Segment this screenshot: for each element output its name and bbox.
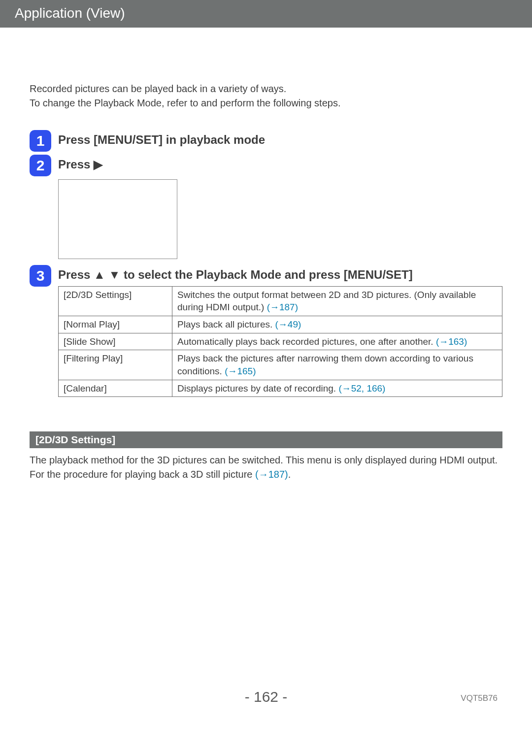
playback-mode-table: [2D/3D Settings] Switches the output for… (58, 286, 502, 397)
step-3: 3 Press ▲ ▼ to select the Playback Mode … (30, 265, 502, 397)
mode-name: [Calendar] (59, 380, 172, 397)
mode-desc-cell: Plays back the pictures after narrowing … (172, 350, 502, 380)
page-header: Application (View) (0, 0, 532, 28)
step-2-badge: 2 (30, 155, 51, 176)
step-2: 2 Press ▶ (30, 155, 502, 176)
table-row: [Filtering Play] Plays back the pictures… (59, 350, 502, 380)
mode-name: [Filtering Play] (59, 350, 172, 380)
arrow-down-icon: ▼ (109, 267, 121, 282)
illustration-placeholder (58, 179, 177, 259)
section-heading: [2D/3D Settings] (35, 434, 115, 445)
step-1: 1 Press [MENU/SET] in playback mode (30, 130, 502, 152)
table-row: [Calendar] Displays pictures by date of … (59, 380, 502, 397)
step-2-title: Press ▶ (58, 157, 502, 172)
arrow-right-icon: ▶ (94, 157, 102, 172)
intro-text: Recorded pictures can be played back in … (30, 82, 502, 110)
step-3-badge: 3 (30, 265, 51, 287)
mode-name: [2D/3D Settings] (59, 286, 172, 316)
section-body: The playback method for the 3D pictures … (30, 453, 502, 482)
page-ref-link[interactable]: (→52, 166) (338, 383, 385, 394)
intro-line-2: To change the Playback Mode, refer to an… (30, 98, 340, 108)
step-2-prefix: Press (58, 158, 94, 171)
mode-name: [Normal Play] (59, 316, 172, 333)
page-ref-link[interactable]: (→163) (436, 336, 467, 347)
step-2-illustration (58, 179, 502, 259)
page-ref-link[interactable]: (→187) (267, 302, 298, 312)
mode-desc: Switches the output format between 2D an… (177, 290, 476, 313)
table-row: [Slide Show] Automatically plays back re… (59, 333, 502, 350)
page-ref-link[interactable]: (→187) (255, 469, 288, 480)
intro-line-1: Recorded pictures can be played back in … (30, 83, 286, 94)
mode-desc-cell: Plays back all pictures. (→49) (172, 316, 502, 333)
header-title: Application (View) (15, 5, 125, 21)
mode-desc-cell: Switches the output format between 2D an… (172, 286, 502, 316)
section-heading-bar: [2D/3D Settings] (30, 431, 502, 448)
page-ref-link[interactable]: (→165) (225, 366, 256, 376)
page-ref-link[interactable]: (→49) (275, 319, 301, 329)
mode-desc-cell: Automatically plays back recorded pictur… (172, 333, 502, 350)
page-footer: - 162 - VQT5B76 (0, 689, 532, 720)
mode-desc: Automatically plays back recorded pictur… (177, 336, 436, 347)
mode-desc-cell: Displays pictures by date of recording. … (172, 380, 502, 397)
mode-desc: Displays pictures by date of recording. (177, 383, 338, 394)
page-number: - 162 - (0, 689, 532, 705)
mode-name: [Slide Show] (59, 333, 172, 350)
step-3-suffix: to select the Playback Mode and press [M… (120, 268, 412, 281)
step-1-title: Press [MENU/SET] in playback mode (58, 132, 502, 147)
step-1-badge: 1 (30, 130, 51, 152)
table-row: [Normal Play] Plays back all pictures. (… (59, 316, 502, 333)
mode-desc: Plays back the pictures after narrowing … (177, 353, 473, 376)
mode-desc: Plays back all pictures. (177, 319, 275, 329)
page-content: Recorded pictures can be played back in … (0, 28, 532, 482)
arrow-up-icon: ▲ (94, 267, 105, 282)
table-row: [2D/3D Settings] Switches the output for… (59, 286, 502, 316)
section-body-suffix: . (288, 469, 291, 480)
step-3-prefix: Press (58, 268, 94, 281)
document-id: VQT5B76 (461, 693, 498, 703)
step-3-title: Press ▲ ▼ to select the Playback Mode an… (58, 267, 502, 282)
